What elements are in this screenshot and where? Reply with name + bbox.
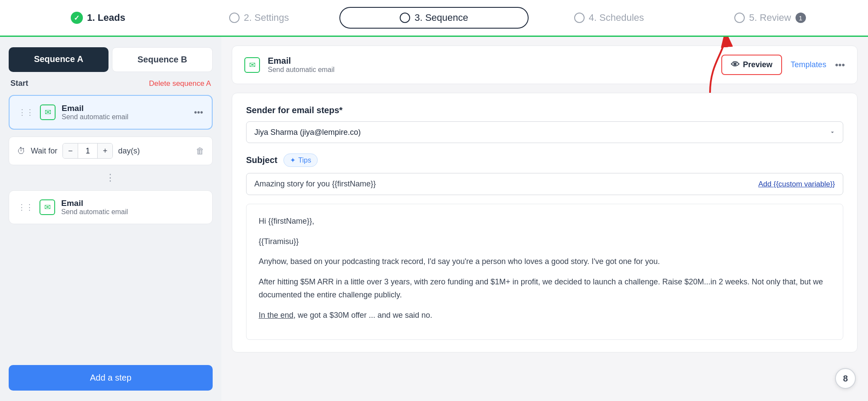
nav-step-5[interactable]: 5. Review 1 [690, 12, 851, 23]
wait-row: ⏱ Wait for − 1 + day(s) 🗑 [9, 137, 213, 165]
main-content: Sequence A Sequence B Start Delete seque… [0, 37, 868, 401]
start-label: Start [10, 79, 28, 88]
start-delete-row: Start Delete sequence A [9, 79, 213, 88]
email-step-2-card[interactable]: ⋮⋮ ✉ Email Send automatic email [9, 190, 213, 224]
email-header-sub: Send automatic email [268, 66, 713, 74]
sequence-a-tab[interactable]: Sequence A [9, 47, 108, 72]
tips-label: Tips [298, 156, 311, 164]
notification-badge[interactable]: 8 [835, 368, 856, 389]
subject-label: Subject [246, 155, 277, 165]
delete-sequence-link[interactable]: Delete sequence A [149, 79, 211, 88]
right-panel: ✉ Email Send automatic email 👁 Preview T… [221, 37, 868, 401]
nav-step-4[interactable]: 4. Schedules [529, 12, 690, 23]
nav-step-3-label: 3. Sequence [414, 12, 468, 23]
sequence-tabs: Sequence A Sequence B [9, 47, 213, 72]
email-step-2-sub: Send automatic email [61, 208, 204, 216]
tips-badge[interactable]: ✦ Tips [283, 153, 318, 167]
email-body[interactable]: Hi {{firstName}}, {{Tiramisu}} Anyhow, b… [246, 204, 843, 340]
email-header-icon: ✉ [244, 57, 260, 73]
email-step-2-title: Email [61, 199, 204, 208]
subject-row: Subject ✦ Tips [246, 153, 843, 167]
nav-step-2-label: 2. Settings [244, 12, 289, 23]
red-arrow [658, 37, 745, 95]
top-navigation: ✓ 1. Leads 2. Settings 3. Sequence 4. Sc… [0, 0, 868, 37]
email-icon-2: ✉ [39, 199, 55, 215]
body-line-5: In the end, we got a $30M offer ... and … [259, 309, 831, 322]
body-line-5-rest: , we got a $30M offer ... and we said no… [293, 311, 432, 319]
body-line-4: After hitting $5M ARR in a little over 3… [259, 275, 831, 302]
clock-icon: ⏱ [17, 146, 26, 156]
drag-handle-icon: ⋮⋮ [18, 108, 34, 117]
vertical-dots: ⋮ [9, 172, 213, 183]
nav-step-1-label: 1. Leads [87, 12, 125, 23]
wait-value: 1 [78, 143, 98, 158]
sequence-b-tab[interactable]: Sequence B [112, 47, 213, 72]
left-panel: Sequence A Sequence B Start Delete seque… [0, 37, 221, 401]
increment-button[interactable]: + [98, 143, 112, 158]
email-header-title: Email [268, 56, 713, 66]
sender-select[interactable]: Jiya Sharma (jiya@lempire.co) [246, 121, 843, 143]
body-line-5-underline: In the end [259, 311, 293, 319]
nav-step-3[interactable]: 3. Sequence [339, 7, 528, 29]
email-icon-1: ✉ [40, 104, 56, 120]
email-step-1-title: Email [62, 104, 188, 113]
step3-circle [400, 13, 410, 23]
step5-badge: 1 [796, 13, 806, 23]
wait-label: Wait for [31, 147, 57, 156]
nav-step-1[interactable]: ✓ 1. Leads [17, 12, 178, 24]
nav-step-5-label: 5. Review [749, 12, 791, 23]
body-line-3: Anyhow, based on your podcasting track r… [259, 255, 831, 268]
decrement-button[interactable]: − [63, 143, 78, 158]
subject-input-row: Add {{custom variable}} [246, 173, 843, 195]
header-more-icon[interactable]: ••• [835, 59, 845, 71]
email-step-1-card[interactable]: ⋮⋮ ✉ Email Send automatic email ••• [9, 95, 213, 130]
custom-variable-link[interactable]: Add {{custom variable}} [758, 180, 835, 189]
days-label: day(s) [118, 147, 140, 156]
email-header-card: ✉ Email Send automatic email 👁 Preview T… [232, 46, 858, 84]
drag-handle-2-icon: ⋮⋮ [18, 202, 33, 212]
body-line-1: Hi {{firstName}}, [259, 215, 831, 228]
add-step-button[interactable]: Add a step [9, 365, 213, 391]
email-step-1-more-icon[interactable]: ••• [194, 108, 203, 117]
step4-circle [574, 13, 585, 23]
step2-circle [229, 13, 240, 23]
templates-link[interactable]: Templates [791, 60, 826, 69]
delete-wait-icon[interactable]: 🗑 [196, 146, 204, 156]
wait-stepper: − 1 + [62, 143, 113, 159]
body-line-2: {{Tiramisu}} [259, 235, 831, 248]
content-section: Sender for email steps* Jiya Sharma (jiy… [232, 93, 858, 352]
nav-step-2[interactable]: 2. Settings [178, 12, 339, 23]
step5-circle [734, 13, 745, 23]
nav-step-4-label: 4. Schedules [589, 12, 644, 23]
check-icon: ✓ [71, 12, 83, 24]
sender-label: Sender for email steps* [246, 105, 843, 115]
subject-input[interactable] [254, 179, 758, 189]
tips-star-icon: ✦ [290, 156, 296, 164]
email-step-1-sub: Send automatic email [62, 113, 188, 121]
